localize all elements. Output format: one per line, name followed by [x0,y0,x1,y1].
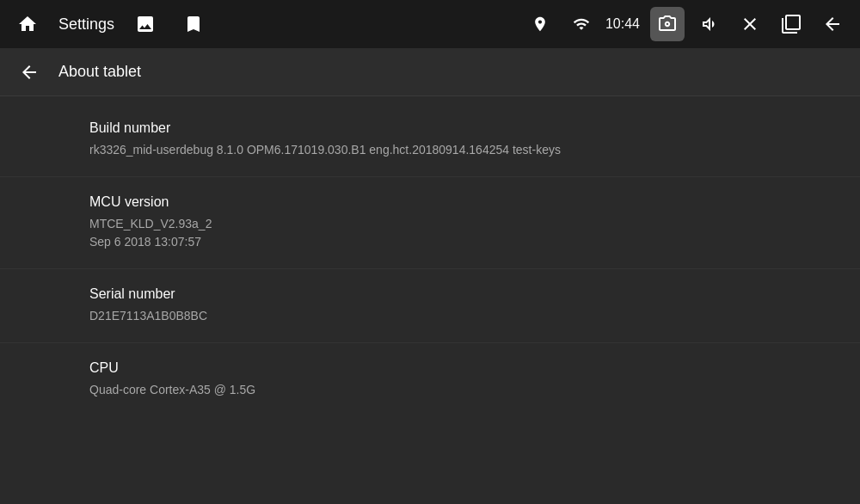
build-number-label: Build number [89,120,839,136]
cpu-label: CPU [89,360,839,376]
build-number-item: Build number rk3326_mid-userdebug 8.1.0 … [0,103,860,177]
serial-number-label: Serial number [89,286,839,302]
location-icon-btn [523,7,557,41]
back-nav-icon [822,14,843,34]
recents-button[interactable] [774,7,808,41]
app-title: Settings [58,15,114,34]
status-time: 10:44 [605,16,640,32]
bookmark-button[interactable] [176,7,211,41]
mcu-version-line1: MTCE_KLD_V2.93a_2 [89,215,839,233]
location-icon [531,15,549,33]
content-area: Build number rk3326_mid-userdebug 8.1.0 … [0,96,860,504]
mcu-version-value: MTCE_KLD_V2.93a_2 Sep 6 2018 13:07:57 [89,215,839,251]
mcu-version-line2: Sep 6 2018 13:07:57 [89,233,839,251]
wifi-icon-btn [564,7,599,41]
volume-button[interactable] [691,7,726,41]
page-title: About tablet [58,63,141,81]
status-bar: Settings 10:44 [0,0,860,48]
recents-icon [781,14,802,34]
gallery-button[interactable] [128,7,163,41]
home-icon [17,14,38,34]
mcu-version-label: MCU version [89,194,839,210]
serial-number-value: D21E7113A1B0B8BC [89,307,839,325]
close-button[interactable] [733,7,767,41]
back-nav-button[interactable] [815,7,850,41]
status-bar-right: 10:44 [523,7,850,41]
cpu-value: Quad-core Cortex-A35 @ 1.5G [89,381,839,399]
mcu-version-item: MCU version MTCE_KLD_V2.93a_2 Sep 6 2018… [0,177,860,269]
cpu-item: CPU Quad-core Cortex-A35 @ 1.5G [0,343,860,416]
bookmark-icon [183,14,204,34]
status-bar-left: Settings [10,7,211,41]
build-number-value: rk3326_mid-userdebug 8.1.0 OPM6.171019.0… [89,141,839,159]
close-icon [740,14,760,34]
subheader: About tablet [0,48,860,96]
volume-icon [698,14,719,34]
back-button[interactable] [14,57,45,88]
image-icon [135,14,156,34]
screenshot-button[interactable] [650,7,685,41]
camera-icon [657,14,678,34]
serial-number-item: Serial number D21E7113A1B0B8BC [0,269,860,343]
back-icon [19,62,40,83]
wifi-icon [573,15,590,33]
home-button[interactable] [10,7,45,41]
